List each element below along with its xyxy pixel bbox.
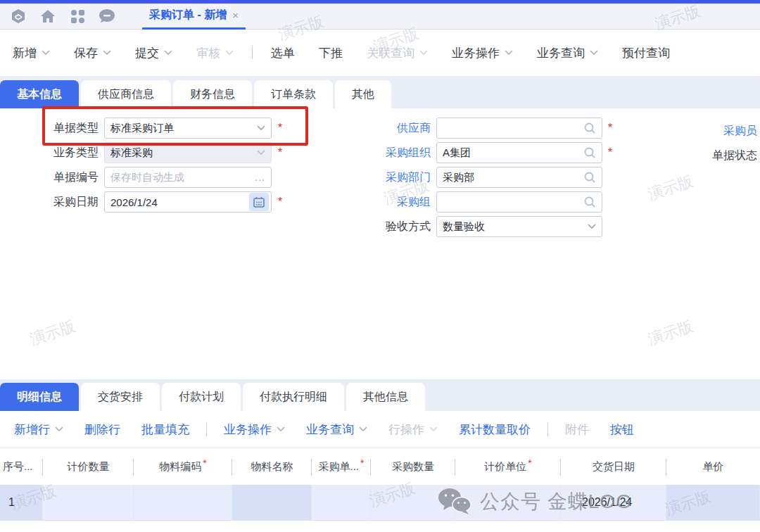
header-tabstrip: 基本信息 供应商信息 财务信息 订单条款 其他 xyxy=(0,77,760,108)
required-mark: * xyxy=(360,457,364,469)
doc-status-label: 单据状态 xyxy=(712,145,760,166)
cell-material-name[interactable] xyxy=(232,485,312,520)
purchase-dept-lookup-input[interactable]: 采购部 xyxy=(436,167,602,188)
apps-grid-icon[interactable] xyxy=(69,8,86,25)
doc-no-label: 单据编号 xyxy=(21,167,99,188)
toolbar-push-down-button[interactable]: 下推 xyxy=(319,45,343,61)
toolbar-new-button[interactable]: 新增 xyxy=(13,45,50,61)
toolbar-biz-query-button[interactable]: 业务查询 xyxy=(537,45,598,61)
cell-unit-price[interactable] xyxy=(666,485,760,520)
purchase-org-label[interactable]: 采购组织 xyxy=(353,142,431,163)
tab-other-info[interactable]: 其他信息 xyxy=(346,383,425,411)
required-mark: * xyxy=(278,118,282,139)
toolbar-related-query-button: 关联查询 xyxy=(367,45,428,61)
add-row-button[interactable]: 新增行 xyxy=(14,422,63,438)
grid-header-row: 序号... 计价数量 物料编码* 物料名称 采购单...* 采购数量 计价单位*… xyxy=(0,448,760,485)
tab-delivery-schedule[interactable]: 交货安排 xyxy=(81,383,160,411)
cell-seq[interactable]: 1 xyxy=(0,485,43,520)
purchase-org-lookup-input[interactable]: A集团 xyxy=(436,142,602,163)
chevron-down-icon xyxy=(42,50,50,56)
logo-icon[interactable] xyxy=(10,8,27,25)
tab-detail-info[interactable]: 明细信息 xyxy=(0,383,79,411)
row-biz-operation-button[interactable]: 业务操作 xyxy=(224,422,285,438)
col-material-code[interactable]: 物料编码* xyxy=(134,448,232,485)
cell-delivery-date[interactable]: 2026/1/24 xyxy=(561,485,666,520)
chevron-down-icon xyxy=(590,50,598,56)
col-pricing-unit[interactable]: 计价单位* xyxy=(455,448,561,485)
detail-toolbar: 新增行 删除行 批量填充 业务操作 业务查询 行操作 累计数量取价 附件 xyxy=(0,411,760,448)
toolbar-biz-operation-button[interactable]: 业务操作 xyxy=(452,45,513,61)
col-seq[interactable]: 序号... xyxy=(0,448,43,485)
batch-fill-button[interactable]: 批量填充 xyxy=(141,422,189,438)
tab-finance-info[interactable]: 财务信息 xyxy=(173,80,252,108)
biz-type-label: 业务类型 xyxy=(21,142,99,163)
po-date-input[interactable]: 2026/1/24 xyxy=(104,191,272,213)
doc-type-select[interactable]: 标准采购订单 xyxy=(104,118,272,139)
supplier-lookup-input[interactable] xyxy=(436,118,602,139)
col-pricing-qty[interactable]: 计价数量 xyxy=(43,448,134,485)
doc-type-label: 单据类型 xyxy=(21,118,99,139)
po-date-label: 采购日期 xyxy=(21,191,99,213)
purchase-group-lookup-input[interactable] xyxy=(436,191,602,213)
toolbar-select-order-button[interactable]: 选单 xyxy=(271,45,295,61)
app-bar-icons xyxy=(10,8,115,25)
doc-no-input[interactable]: 保存时自动生成 ... xyxy=(104,167,272,188)
col-purchase-unit[interactable]: 采购单...* xyxy=(312,448,371,485)
chevron-down-icon xyxy=(257,150,265,156)
row-operation-button: 行操作 xyxy=(388,422,438,438)
table-row: 1 2026/1/24 xyxy=(0,485,760,520)
app-window: 采购订单 - 新增 × 新增 保存 提交 审核 选单 下推 关联查询 xyxy=(0,0,760,532)
required-mark: * xyxy=(278,142,282,163)
document-tab[interactable]: 采购订单 - 新增 × xyxy=(142,4,246,30)
cell-material-code[interactable] xyxy=(134,485,232,520)
tab-order-terms[interactable]: 订单条款 xyxy=(254,80,333,108)
required-mark: * xyxy=(608,142,612,163)
cumulative-qty-pricing-button[interactable]: 累计数量取价 xyxy=(459,422,531,438)
cell-purchase-unit[interactable] xyxy=(312,485,371,520)
col-material-name[interactable]: 物料名称 xyxy=(232,448,312,485)
chevron-down-icon xyxy=(225,50,234,56)
tab-supplier-info[interactable]: 供应商信息 xyxy=(81,80,171,108)
purchase-group-label[interactable]: 采购组 xyxy=(353,191,431,213)
toolbar-prepay-query-button[interactable]: 预付查询 xyxy=(622,45,670,61)
chevron-down-icon xyxy=(429,426,438,432)
col-unit-price[interactable]: 单价 xyxy=(666,448,760,485)
search-icon xyxy=(583,196,596,208)
delete-row-button[interactable]: 删除行 xyxy=(84,422,120,438)
col-delivery-date[interactable]: 交货日期 xyxy=(561,448,666,485)
toolbar-audit-button: 审核 xyxy=(196,45,234,61)
chevron-down-icon xyxy=(55,426,63,432)
toolbar-submit-button[interactable]: 提交 xyxy=(135,45,172,61)
custom-button[interactable]: 按钮 xyxy=(610,422,634,438)
supplier-label[interactable]: 供应商 xyxy=(353,118,431,139)
calendar-icon[interactable] xyxy=(249,193,269,211)
col-purchase-qty[interactable]: 采购数量 xyxy=(371,448,455,485)
detail-tabstrip: 明细信息 交货安排 付款计划 付款执行明细 其他信息 xyxy=(0,379,760,411)
cell-purchase-qty[interactable] xyxy=(371,485,455,520)
required-mark: * xyxy=(203,457,206,469)
required-mark: * xyxy=(608,118,612,139)
grid-bottom-edge xyxy=(0,520,760,531)
toolbar-save-button[interactable]: 保存 xyxy=(74,45,111,61)
accept-mode-select[interactable]: 数量验收 xyxy=(436,216,602,237)
tab-other[interactable]: 其他 xyxy=(335,80,391,108)
attachment-button: 附件 xyxy=(565,422,589,438)
toolbar-separator xyxy=(206,422,207,436)
toolbar-separator xyxy=(547,422,548,436)
tab-payment-execution[interactable]: 付款执行明细 xyxy=(243,383,344,411)
message-icon[interactable] xyxy=(99,8,115,25)
close-tab-icon[interactable]: × xyxy=(232,9,239,21)
chevron-down-icon xyxy=(419,50,428,56)
purchase-dept-label[interactable]: 采购部门 xyxy=(353,167,431,188)
more-icon[interactable]: ... xyxy=(255,172,265,183)
document-tab-title: 采购订单 - 新增 xyxy=(149,8,227,23)
cell-pricing-qty[interactable] xyxy=(43,485,134,520)
row-biz-query-button[interactable]: 业务查询 xyxy=(306,422,367,438)
tab-basic-info[interactable]: 基本信息 xyxy=(0,80,79,108)
app-bar: 采购订单 - 新增 × xyxy=(0,4,760,30)
cell-pricing-unit[interactable] xyxy=(455,485,561,520)
tab-payment-plan[interactable]: 付款计划 xyxy=(162,383,241,411)
required-mark: * xyxy=(528,457,531,469)
home-icon[interactable] xyxy=(39,8,56,25)
buyer-label[interactable]: 采购员 xyxy=(723,120,760,141)
